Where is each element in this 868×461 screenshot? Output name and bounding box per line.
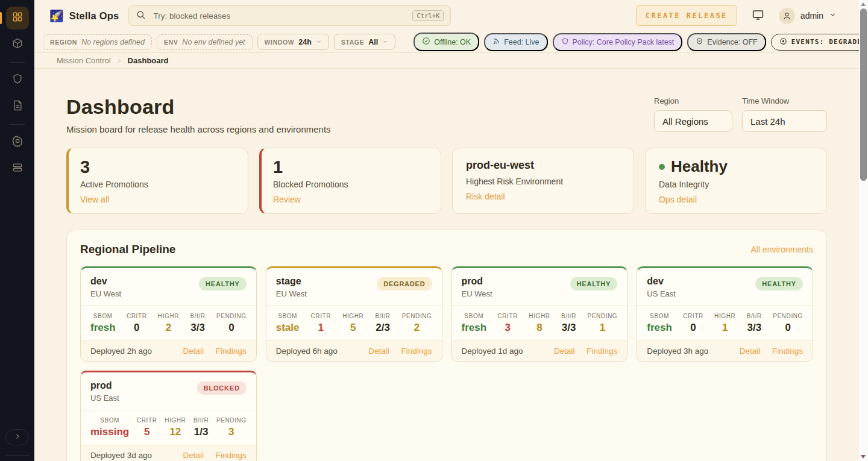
sidebar-item-documents[interactable] bbox=[6, 95, 29, 118]
chevron-down-icon bbox=[382, 37, 388, 46]
breadcrumb-parent-link[interactable]: Mission Control bbox=[57, 56, 111, 65]
chevron-right-icon bbox=[116, 58, 122, 64]
search-shortcut-badge: Ctrl+K bbox=[412, 10, 444, 21]
search-input[interactable] bbox=[152, 11, 406, 21]
env-region: EU West bbox=[276, 289, 307, 298]
avatar bbox=[779, 8, 795, 24]
risk-detail-link[interactable]: Risk detail bbox=[466, 192, 505, 201]
window-context-pill[interactable]: WINDOW 24h bbox=[257, 34, 329, 50]
vertical-scrollbar[interactable] bbox=[859, 0, 868, 461]
evidence-status-label: Evidence: OFF bbox=[707, 38, 757, 46]
env-context-pill[interactable]: ENV No env defined yet bbox=[157, 34, 253, 50]
main-content: Dashboard Mission board for release heal… bbox=[34, 95, 859, 461]
env-name: stage bbox=[276, 276, 307, 287]
findings-link[interactable]: Findings bbox=[216, 451, 247, 460]
display-mode-button[interactable] bbox=[752, 8, 764, 23]
time-window-filter-select[interactable]: Last 24h bbox=[742, 110, 827, 132]
events-status-pill[interactable]: EVENTS: DEGRADED bbox=[771, 34, 868, 51]
stat-label: SBOM bbox=[276, 313, 300, 319]
findings-link[interactable]: Findings bbox=[587, 347, 617, 356]
blocked-promotions-card: 1 Blocked Promotions Review bbox=[259, 148, 441, 214]
offline-status-pill[interactable]: Offline: OK bbox=[414, 33, 479, 51]
stat-value-highr: 8 bbox=[536, 322, 542, 333]
stat-label: PENDING bbox=[216, 417, 247, 424]
stat-label: B/I/R bbox=[193, 417, 209, 424]
stat-value-sbom: fresh bbox=[647, 322, 672, 333]
stat-value-pending: 2 bbox=[414, 322, 420, 333]
stat-value-critr: 5 bbox=[144, 426, 149, 437]
create-release-button[interactable]: CREATE RELEASE bbox=[636, 5, 737, 26]
stat-value-sbom: fresh bbox=[90, 322, 116, 333]
chevron-down-icon bbox=[829, 10, 837, 21]
data-integrity-label: Data Integrity bbox=[659, 180, 813, 189]
user-menu[interactable]: admin bbox=[779, 8, 837, 24]
brand-logo-icon: 🌠 bbox=[49, 10, 64, 22]
view-all-link[interactable]: View all bbox=[80, 195, 109, 204]
window-pill-value: 24h bbox=[298, 38, 312, 46]
stat-value-bir: 3/3 bbox=[562, 322, 576, 333]
stat-label: HIGHR bbox=[714, 313, 735, 319]
env-pill-value: No env defined yet bbox=[182, 38, 245, 46]
stat-value-sbom: missing bbox=[90, 426, 129, 437]
findings-link[interactable]: Findings bbox=[772, 347, 803, 356]
stat-value-sbom: stale bbox=[276, 322, 300, 333]
stage-context-pill[interactable]: STAGE All bbox=[334, 34, 395, 50]
region-filter-select[interactable]: All Regions bbox=[654, 110, 732, 132]
feed-status-label: Feed: Live bbox=[504, 38, 539, 46]
detail-link[interactable]: Detail bbox=[554, 347, 575, 356]
env-name: dev bbox=[90, 276, 121, 287]
username: admin bbox=[800, 11, 823, 20]
stat-label: SBOM bbox=[647, 313, 672, 319]
search-icon bbox=[136, 10, 146, 22]
shield-x-icon bbox=[696, 37, 703, 47]
stat-value-pending: 0 bbox=[228, 322, 234, 333]
scrollbar-thumb[interactable] bbox=[860, 8, 867, 181]
policy-status-pill[interactable]: Policy: Core Policy Pack latest bbox=[553, 33, 683, 51]
sidebar-item-infrastructure[interactable] bbox=[6, 157, 29, 180]
stat-value-critr: 1 bbox=[318, 322, 324, 333]
region-pill-value: No regions defined bbox=[81, 38, 145, 46]
window-pill-label: WINDOW bbox=[265, 39, 295, 46]
events-status-label: EVENTS: DEGRADED bbox=[791, 38, 867, 46]
env-pill-label: ENV bbox=[164, 39, 178, 46]
global-search[interactable]: Ctrl+K bbox=[128, 5, 451, 26]
review-link[interactable]: Review bbox=[273, 195, 301, 204]
sidebar-item-settings[interactable] bbox=[6, 131, 29, 154]
sidebar-item-releases[interactable] bbox=[6, 33, 29, 56]
scroll-down-arrow[interactable] bbox=[861, 455, 866, 459]
stat-label: PENDING bbox=[773, 313, 803, 319]
ops-detail-link[interactable]: Ops detail bbox=[659, 195, 697, 204]
sidebar-item-dashboard[interactable] bbox=[6, 7, 29, 30]
shield-icon bbox=[561, 37, 569, 47]
status-badge: HEALTHY bbox=[199, 277, 247, 290]
stage-pill-label: STAGE bbox=[341, 39, 364, 46]
status-badge: BLOCKED bbox=[197, 381, 247, 395]
time-window-filter-value: Last 24h bbox=[750, 116, 785, 127]
active-promotions-label: Active Promotions bbox=[80, 180, 234, 189]
region-context-pill[interactable]: REGION No regions defined bbox=[43, 34, 152, 50]
detail-link[interactable]: Detail bbox=[183, 347, 204, 356]
evidence-status-pill[interactable]: Evidence: OFF bbox=[687, 33, 766, 51]
regional-pipeline-section: Regional Pipeline All environments dev E… bbox=[66, 230, 827, 461]
env-name: prod bbox=[90, 380, 119, 391]
findings-link[interactable]: Findings bbox=[401, 347, 432, 356]
stat-value-critr: 0 bbox=[134, 322, 139, 333]
monitor-icon bbox=[752, 8, 764, 23]
time-window-filter-label: Time Window bbox=[742, 96, 827, 105]
server-stack-icon bbox=[11, 162, 24, 176]
sidebar-item-security[interactable] bbox=[6, 69, 29, 92]
env-name: prod bbox=[462, 276, 492, 287]
env-region: US East bbox=[647, 289, 676, 298]
stat-value-critr: 0 bbox=[690, 322, 696, 333]
all-environments-link[interactable]: All environments bbox=[751, 245, 814, 254]
sidebar-expand-button[interactable] bbox=[5, 429, 29, 445]
stat-label: B/I/R bbox=[375, 313, 390, 319]
detail-link[interactable]: Detail bbox=[740, 347, 761, 356]
findings-link[interactable]: Findings bbox=[216, 347, 247, 356]
detail-link[interactable]: Detail bbox=[368, 347, 389, 356]
scroll-up-arrow[interactable] bbox=[861, 2, 866, 6]
stat-label: SBOM bbox=[90, 313, 116, 319]
detail-link[interactable]: Detail bbox=[183, 451, 204, 460]
feed-status-pill[interactable]: Feed: Live bbox=[484, 33, 547, 51]
deployed-timestamp: Deployed 2h ago bbox=[90, 347, 152, 356]
